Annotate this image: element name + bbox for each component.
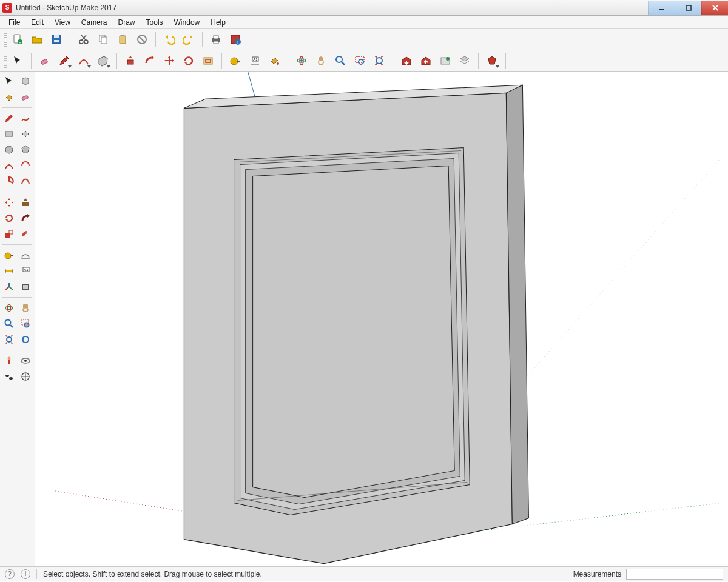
palette-previous[interactable]: [18, 332, 33, 347]
maximize-button[interactable]: [675, 1, 701, 15]
svg-rect-22: [214, 41, 218, 44]
palette-section[interactable]: [18, 279, 33, 294]
eraser-tool-button[interactable]: [36, 52, 53, 69]
warehouse-get-button[interactable]: [398, 52, 415, 69]
palette-followme[interactable]: [18, 211, 33, 226]
palette-zoom[interactable]: [2, 316, 16, 331]
toolbar-area: + i A1: [0, 29, 728, 72]
palette-rotate[interactable]: [2, 211, 16, 226]
paste-button[interactable]: [114, 31, 131, 48]
rotate-tool-button[interactable]: [180, 52, 197, 69]
measurements-input[interactable]: [626, 569, 723, 580]
palette-pan[interactable]: [18, 301, 33, 315]
redo-button[interactable]: [180, 31, 197, 48]
palette-eraser[interactable]: [18, 90, 33, 104]
zoom-window-button[interactable]: [351, 52, 368, 69]
dimension-button[interactable]: A1: [246, 52, 263, 69]
zoom-extents-button[interactable]: [371, 52, 388, 69]
paint-bucket-button[interactable]: [266, 52, 283, 69]
palette-dimension[interactable]: [2, 264, 16, 278]
menu-window[interactable]: Window: [169, 17, 205, 28]
model-info-button[interactable]: i: [227, 31, 244, 48]
delete-button[interactable]: [133, 31, 150, 48]
cut-button[interactable]: [75, 31, 92, 48]
model-door-panel: [184, 85, 528, 563]
help-circle-icon[interactable]: ?: [5, 569, 15, 579]
work-area: A1: [0, 72, 728, 566]
pencil-tool-button[interactable]: [56, 52, 73, 69]
palette-freehand[interactable]: [18, 111, 33, 125]
palette-scale[interactable]: [2, 227, 16, 241]
palette-orbit[interactable]: [2, 301, 16, 315]
palette-position-camera[interactable]: [2, 353, 16, 368]
menu-file[interactable]: File: [4, 17, 25, 28]
menu-edit[interactable]: Edit: [26, 17, 49, 28]
rectangle-tool-button[interactable]: [95, 52, 112, 69]
palette-select[interactable]: [2, 74, 16, 89]
palette-move[interactable]: [2, 195, 16, 210]
menu-camera[interactable]: Camera: [76, 17, 112, 28]
pan-button[interactable]: [312, 52, 329, 69]
push-pull-button[interactable]: [122, 52, 139, 69]
toolbar-grip[interactable]: [4, 32, 7, 47]
tape-measure-button[interactable]: [227, 52, 244, 69]
new-file-button[interactable]: +: [9, 31, 26, 48]
follow-me-button[interactable]: [141, 52, 158, 69]
palette-pencil[interactable]: [2, 111, 16, 125]
svg-rect-16: [120, 36, 126, 44]
palette-walk[interactable]: [2, 369, 16, 384]
status-hint: Select objects. Shift to extend select. …: [43, 570, 262, 578]
layers-button[interactable]: [456, 52, 473, 69]
palette-look-around[interactable]: [18, 353, 33, 368]
svg-point-73: [22, 336, 29, 343]
copy-button[interactable]: [95, 31, 112, 48]
close-button[interactable]: [701, 1, 728, 15]
offset-tool-button[interactable]: [200, 52, 217, 69]
menu-view[interactable]: View: [50, 17, 75, 28]
palette-make-component[interactable]: [18, 74, 33, 89]
palette-rectangle[interactable]: [2, 127, 16, 141]
palette-arc3[interactable]: [18, 174, 33, 189]
svg-rect-49: [5, 132, 13, 136]
orbit-button[interactable]: [293, 52, 310, 69]
3d-viewport[interactable]: [35, 72, 728, 566]
svg-point-79: [9, 377, 13, 380]
palette-pushpull[interactable]: [18, 195, 33, 210]
undo-button[interactable]: [161, 31, 178, 48]
toolbar-grip[interactable]: [4, 53, 7, 69]
minimize-button[interactable]: [648, 1, 675, 15]
palette-circle[interactable]: [2, 142, 16, 157]
palette-arc2[interactable]: [18, 158, 33, 173]
arc-tool-button[interactable]: [75, 52, 92, 69]
svg-rect-8: [54, 35, 59, 38]
select-tool-button[interactable]: [9, 52, 26, 69]
palette-protractor[interactable]: [18, 248, 33, 263]
palette-paint-bucket[interactable]: [2, 90, 16, 104]
palette-text[interactable]: A1: [18, 264, 33, 278]
svg-point-37: [277, 62, 279, 65]
palette-section-cut[interactable]: [18, 369, 33, 384]
palette-polygon[interactable]: [18, 142, 33, 157]
menu-draw[interactable]: Draw: [113, 17, 140, 28]
save-file-button[interactable]: [48, 31, 65, 48]
status-bar: ? i Select objects. Shift to extend sele…: [0, 566, 728, 581]
palette-zoom-extents[interactable]: [2, 332, 16, 347]
palette-zoom-window[interactable]: [18, 316, 33, 331]
extensions-button[interactable]: [437, 52, 454, 69]
palette-tape[interactable]: [2, 248, 16, 263]
info-circle-icon[interactable]: i: [21, 569, 30, 579]
palette-pie[interactable]: [2, 174, 16, 189]
menu-tools[interactable]: Tools: [141, 17, 168, 28]
palette-rotated-rect[interactable]: [18, 127, 33, 141]
open-file-button[interactable]: [29, 31, 46, 48]
warehouse-share-button[interactable]: [417, 52, 434, 69]
move-tool-button[interactable]: [161, 52, 178, 69]
zoom-button[interactable]: [332, 52, 349, 69]
palette-offset[interactable]: [18, 227, 33, 241]
palette-axes[interactable]: [2, 279, 16, 294]
print-button[interactable]: [207, 31, 224, 48]
svg-rect-51: [22, 202, 29, 206]
palette-arc[interactable]: [2, 158, 16, 173]
menu-help[interactable]: Help: [206, 17, 231, 28]
ruby-console-button[interactable]: [484, 52, 500, 69]
